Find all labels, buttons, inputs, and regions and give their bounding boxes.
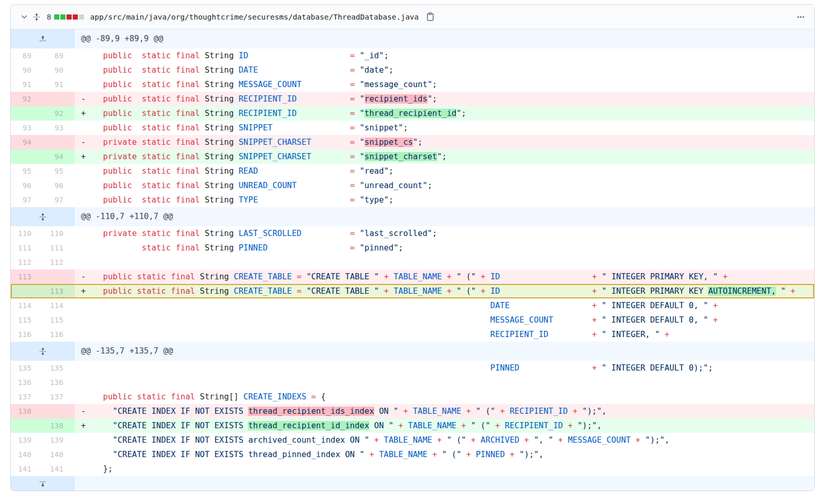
code-cell: MESSAGE_COUNT + " INTEGER DEFAULT 0, " + [75,313,814,327]
new-line-number[interactable]: 92 [43,106,75,121]
new-line-number[interactable]: 91 [43,77,75,92]
old-line-number[interactable]: 137 [11,390,43,404]
old-line-number[interactable]: 97 [11,193,43,207]
code-text: public static final String CREATE_TABLE … [93,284,795,298]
diff-line-del: 113- public static final String CREATE_T… [11,270,814,284]
code-cell: public static final String DATE = "date"… [75,63,814,77]
diff-sign: - [75,404,93,418]
diff-sign [75,462,93,476]
new-line-number[interactable]: 138 [43,418,75,433]
new-line-number[interactable]: 137 [43,390,75,404]
new-line-number[interactable]: 140 [43,447,75,462]
code-cell: DATE + " INTEGER DEFAULT 0, " + [75,298,814,313]
code-cell [75,255,814,270]
diff-line-ctx: 111111 static final String PINNED = "pin… [11,241,814,255]
unfold-file-button[interactable] [30,11,43,23]
new-line-number[interactable]: 90 [43,63,75,77]
new-line-number[interactable]: 97 [43,193,75,207]
diff-line-ctx: 115115 MESSAGE_COUNT + " INTEGER DEFAULT… [11,313,814,327]
old-line-number[interactable]: 96 [11,178,43,193]
code-text: public static final String TYPE = "type"… [93,193,393,207]
old-line-number[interactable]: 141 [11,462,43,476]
new-line-number[interactable]: 111 [43,241,75,255]
old-line-number[interactable]: 136 [11,375,43,390]
old-line-number[interactable]: 90 [11,63,43,77]
old-line-number[interactable] [11,418,43,433]
diff-line-add: 138+ "CREATE INDEX IF NOT EXISTS thread_… [11,418,814,433]
code-text: public static final String READ = "read"… [93,164,393,178]
new-line-number[interactable]: 139 [43,433,75,447]
old-line-number[interactable]: 135 [11,361,43,375]
old-line-number[interactable]: 92 [11,92,43,106]
new-line-number[interactable] [43,135,75,149]
old-line-number[interactable]: 95 [11,164,43,178]
old-line-number[interactable]: 115 [11,313,43,327]
old-line-number[interactable]: 139 [11,433,43,447]
file-menu-button[interactable] [795,11,807,23]
old-line-number[interactable] [11,106,43,121]
code-cell: RECIPIENT_ID + " INTEGER, " + [75,327,814,342]
expand-down-button[interactable] [11,476,75,491]
diff-line-ctx: 9696 public static final String UNREAD_C… [11,178,814,193]
new-line-number[interactable]: 112 [43,255,75,270]
new-line-number[interactable]: 135 [43,361,75,375]
code-cell: - "CREATE INDEX IF NOT EXISTS thread_rec… [75,404,814,418]
diff-sign: - [75,135,93,149]
diff-sign: - [75,270,93,284]
old-line-number[interactable]: 113 [11,270,43,284]
old-line-number[interactable] [11,284,43,298]
diffstat [54,14,84,20]
old-line-number[interactable]: 91 [11,77,43,92]
file-diff-card: 8 app/src/main/java/org/thoughtcrime/sec… [10,4,815,491]
old-line-number[interactable]: 140 [11,447,43,462]
old-line-number[interactable]: 89 [11,48,43,63]
old-line-number[interactable]: 138 [11,404,43,418]
new-line-number[interactable]: 115 [43,313,75,327]
new-line-number[interactable]: 93 [43,121,75,135]
old-line-number[interactable]: 114 [11,298,43,313]
diff-sign [75,390,93,404]
copy-path-button[interactable] [424,11,436,23]
expand-updown-button[interactable] [11,207,75,226]
hunk-row: @@ -135,7 +135,7 @@ [11,342,814,361]
new-line-number[interactable]: 114 [43,298,75,313]
new-line-number[interactable] [43,270,75,284]
expand-up-button[interactable] [11,29,75,48]
code-cell: public static final String[] CREATE_INDE… [75,390,814,404]
old-line-number[interactable]: 93 [11,121,43,135]
file-header: 8 app/src/main/java/org/thoughtcrime/sec… [11,5,814,29]
new-line-number[interactable]: 96 [43,178,75,193]
old-line-number[interactable]: 116 [11,327,43,342]
code-cell: public static final String UNREAD_COUNT … [75,178,814,193]
code-cell: public static final String MESSAGE_COUNT… [75,77,814,92]
collapse-file-button[interactable] [18,11,30,23]
new-line-number[interactable] [43,92,75,106]
new-line-number[interactable]: 110 [43,226,75,241]
expand-up-icon [39,35,47,43]
diffstat-square-deleted [73,14,78,20]
new-line-number[interactable]: 113 [43,284,75,298]
old-line-number[interactable]: 112 [11,255,43,270]
diff-line-add: 113+ public static final String CREATE_T… [11,284,814,298]
old-line-number[interactable] [11,149,43,164]
new-line-number[interactable]: 95 [43,164,75,178]
diff-line-ctx: 136136 [11,375,814,390]
new-line-number[interactable]: 116 [43,327,75,342]
expand-updown-icon [39,347,47,356]
old-line-number[interactable]: 110 [11,226,43,241]
code-cell: public static final String TYPE = "type"… [75,193,814,207]
code-text: private static final String LAST_SCROLLE… [93,226,437,241]
old-line-number[interactable]: 111 [11,241,43,255]
new-line-number[interactable]: 141 [43,462,75,476]
old-line-number[interactable]: 94 [11,135,43,149]
diff-sign [75,298,93,313]
diff-sign [75,327,93,342]
expand-updown-button[interactable] [11,342,75,361]
new-line-number[interactable]: 89 [43,48,75,63]
new-line-number[interactable] [43,404,75,418]
new-line-number[interactable]: 136 [43,375,75,390]
diff-line-add: 92+ public static final String RECIPIENT… [11,106,814,121]
new-line-number[interactable]: 94 [43,149,75,164]
diff-sign [75,193,93,207]
code-text: public static final String SNIPPET = "sn… [93,121,408,135]
